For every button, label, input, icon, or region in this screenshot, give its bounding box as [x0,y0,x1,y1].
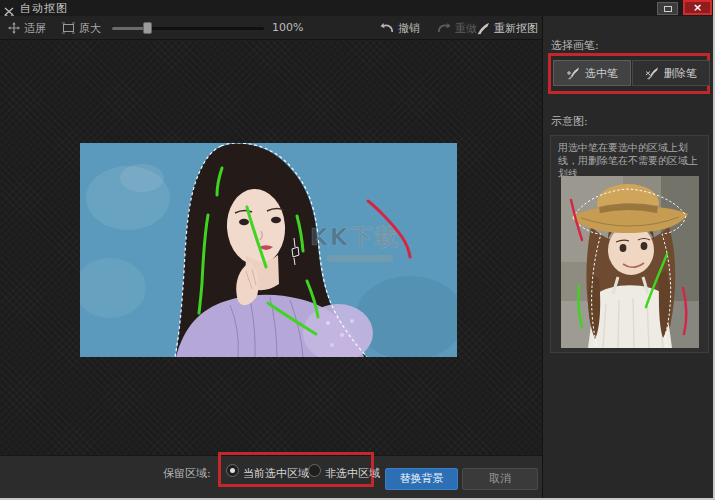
fit-screen-icon [8,22,20,34]
select-brush-icon [566,67,580,80]
select-pen-label: 选中笔 [585,66,618,81]
edited-photo[interactable]: KK下载 [80,143,457,357]
undo-icon [380,22,394,34]
radio-current-selected-label[interactable]: 当前选中区域 [243,466,309,481]
redo-label: 重做 [455,21,477,36]
titlebar: 自动抠图 × [0,0,715,16]
undo-button[interactable]: 撤销 [380,16,420,40]
auto-cutout-dialog: 自动抠图 × 适屏 原大 100% [0,0,715,500]
zoom-slider[interactable] [112,27,264,30]
recut-pen-icon [477,22,490,35]
redo-icon [437,22,451,34]
maximize-icon [664,6,672,12]
original-size-icon [62,22,75,34]
demo-section-label: 示意图: [551,114,588,129]
delete-pen-button[interactable]: 删除笔 [632,60,710,86]
editing-canvas[interactable]: KK下载 [0,40,542,455]
close-icon: × [693,1,702,14]
redo-button[interactable]: 重做 [437,16,477,40]
original-size-button[interactable]: 原大 [62,16,101,40]
maximize-button[interactable] [657,2,678,15]
keep-region-label: 保留区域: [163,466,211,481]
recut-button[interactable]: 重新抠图 [477,16,538,40]
demo-example-image [561,176,699,348]
delete-pen-label: 删除笔 [664,66,697,81]
replace-background-button[interactable]: 替换背景 [385,468,458,490]
brush-section-label: 选择画笔: [551,38,599,53]
zoom-slider-handle[interactable] [143,22,152,34]
watermark-text: KK下载 [310,224,400,250]
radio-selected-dot [230,468,235,473]
demo-box: 用选中笔在要选中的区域上划线，用删除笔在不需要的区域上划线 [550,135,709,353]
radio-not-selected-region[interactable] [308,464,321,477]
original-size-label: 原大 [79,21,101,36]
radio-not-selected-label[interactable]: 非选中区域 [325,466,380,481]
toolbar: 适屏 原大 100% 撤销 重做 [0,16,542,40]
close-button[interactable]: × [683,0,712,15]
fit-screen-button[interactable]: 适屏 [8,16,46,40]
fit-screen-label: 适屏 [24,21,46,36]
demo-instructions: 用选中笔在要选中的区域上划线，用删除笔在不需要的区域上划线 [558,141,703,180]
select-pen-button[interactable]: 选中笔 [553,60,631,86]
window-title: 自动抠图 [20,1,68,16]
radio-current-selected-region[interactable] [226,464,239,477]
cancel-button[interactable]: 取消 [462,468,538,490]
undo-label: 撤销 [398,21,420,36]
delete-brush-icon [645,67,659,80]
right-panel: 选择画笔: 选中笔 删除笔 示意图: 用选中笔在要选中的区域上划线，用删除笔在不… [542,16,715,500]
zoom-value: 100% [272,21,303,34]
recut-label: 重新抠图 [494,21,538,36]
